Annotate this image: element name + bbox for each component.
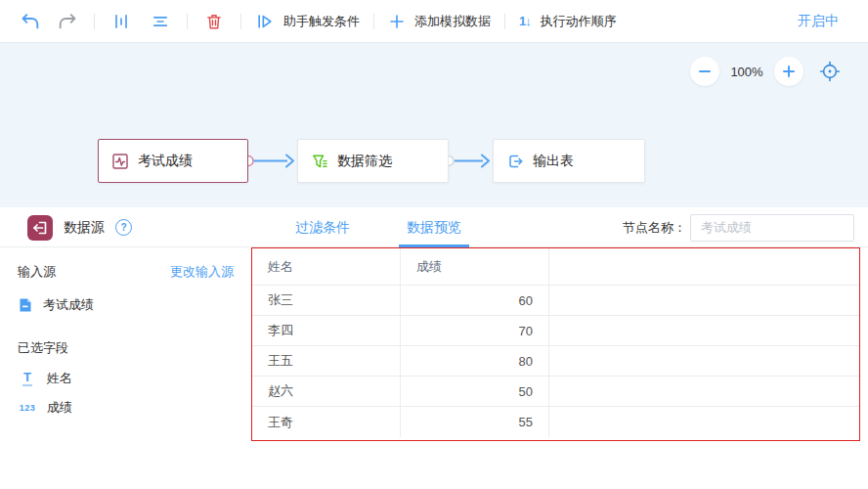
column-header-name: 姓名 [252, 248, 401, 285]
order-icon: 1↓ [519, 14, 532, 28]
toolbar: 助手触发条件 添加模拟数据 1↓ 执行动作顺序 开启中 [0, 0, 868, 43]
panel-title: 数据源 [64, 219, 105, 237]
table-row: 李四 70 [252, 316, 859, 346]
source-item[interactable]: 考试成绩 [18, 296, 234, 314]
toolbar-divider [373, 14, 374, 29]
align-horizontal-icon [151, 12, 170, 31]
cell-name: 赵六 [252, 377, 401, 406]
tab-data-preview[interactable]: 数据预览 [401, 207, 467, 247]
align-vertical-button[interactable] [108, 9, 134, 34]
cell-score: 60 [401, 286, 549, 315]
crosshair-icon [819, 61, 841, 82]
table-body: 张三 60 李四 70 王五 80 赵六 50 王奇 55 [252, 286, 859, 437]
node-name-input[interactable] [690, 214, 854, 242]
trash-icon [204, 12, 224, 31]
cell-name: 李四 [252, 316, 401, 345]
preview-table: 姓名 成绩 张三 60 李四 70 王五 80 赵六 50 王奇 55 [251, 247, 860, 441]
column-header-empty [549, 248, 859, 285]
node-data-filter[interactable]: 数据筛选 [297, 139, 449, 183]
pulse-chart-icon [111, 153, 129, 170]
plus-icon [388, 13, 406, 30]
field-list: T 姓名 123 成绩 [18, 370, 234, 417]
toolbar-divider [94, 14, 95, 29]
align-vertical-icon [111, 12, 131, 31]
cell-name: 张三 [252, 286, 401, 315]
field-item[interactable]: T 姓名 [18, 370, 234, 387]
table-row: 王奇 55 [252, 407, 859, 437]
zoom-level: 100% [729, 65, 764, 79]
number-field-icon: 123 [20, 403, 36, 413]
cell-score: 70 [401, 316, 549, 345]
panel-header: 数据源 ? 过滤条件 数据预览 节点名称： [0, 207, 868, 247]
input-source-label: 输入源 [18, 263, 56, 281]
source-sidebar: 输入源 更改输入源 考试成绩 已选字段 T 姓名 123 成绩 [0, 247, 251, 489]
cell-empty [549, 407, 859, 437]
locate-center-button[interactable] [819, 61, 841, 82]
table-row: 赵六 50 [252, 377, 859, 407]
redo-button[interactable] [55, 9, 80, 34]
source-name: 考试成绩 [43, 296, 94, 314]
cell-name: 王五 [252, 346, 401, 376]
plus-icon [781, 64, 797, 79]
panel-content: 输入源 更改输入源 考试成绩 已选字段 T 姓名 123 成绩 姓名 成绩 张三 [0, 247, 868, 489]
zoom-controls: 100% [690, 57, 841, 86]
table-header-row: 姓名 成绩 [252, 248, 859, 286]
file-icon [18, 297, 33, 313]
help-icon[interactable]: ? [115, 219, 132, 236]
field-label: 成绩 [47, 399, 72, 417]
cell-score: 55 [401, 407, 549, 437]
exec-order-label: 执行动作顺序 [541, 13, 617, 30]
tab-filter-conditions[interactable]: 过滤条件 [289, 207, 356, 247]
zoom-in-button[interactable] [774, 57, 803, 86]
export-table-icon [506, 153, 524, 170]
field-label: 姓名 [47, 370, 72, 387]
field-item[interactable]: 123 成绩 [18, 399, 234, 417]
toolbar-divider [187, 14, 188, 29]
delete-button[interactable] [201, 9, 227, 34]
datasource-icon [27, 215, 53, 241]
node-name-group: 节点名称： [623, 207, 854, 247]
node-label: 考试成绩 [138, 153, 193, 170]
zoom-out-button[interactable] [690, 57, 719, 86]
column-header-score: 成绩 [401, 248, 549, 285]
cell-empty [549, 286, 859, 315]
undo-icon [20, 11, 41, 32]
node-name-label: 节点名称： [623, 219, 686, 237]
cell-empty [549, 346, 859, 376]
cell-empty [549, 377, 859, 406]
cell-name: 王奇 [252, 407, 401, 437]
add-mock-data-label: 添加模拟数据 [414, 13, 491, 30]
table-row: 张三 60 [252, 286, 859, 316]
datasource-header: 数据源 ? [27, 207, 132, 247]
assistant-trigger-label: 助手触发条件 [283, 13, 360, 30]
exec-order-button[interactable]: 1↓ 执行动作顺序 [519, 13, 617, 30]
panel-tabs: 过滤条件 数据预览 [289, 207, 467, 247]
toolbar-divider [240, 14, 241, 29]
play-condition-icon [255, 12, 275, 31]
change-source-link[interactable]: 更改输入源 [170, 263, 234, 281]
table-row: 王五 80 [252, 346, 859, 377]
assistant-trigger-button[interactable]: 助手触发条件 [255, 12, 360, 31]
cell-score: 80 [401, 346, 549, 376]
undo-button[interactable] [18, 9, 43, 34]
redo-icon [57, 11, 78, 32]
minus-icon [697, 64, 713, 79]
text-field-icon: T [22, 371, 32, 386]
node-label: 数据筛选 [337, 153, 392, 170]
node-label: 输出表 [533, 153, 574, 170]
node-exam-scores[interactable]: 考试成绩 [98, 139, 248, 183]
align-horizontal-button[interactable] [148, 9, 173, 34]
flow-canvas[interactable]: 考试成绩 数据筛选 输出表 100% [0, 43, 868, 207]
cell-score: 50 [401, 377, 549, 406]
cell-empty [549, 316, 859, 345]
flow-status-toggle[interactable]: 开启中 [798, 13, 839, 30]
add-mock-data-button[interactable]: 添加模拟数据 [388, 13, 491, 30]
node-output-table[interactable]: 输出表 [493, 139, 645, 183]
toolbar-divider [504, 14, 505, 29]
selected-fields-label: 已选字段 [18, 339, 234, 357]
filter-funnel-icon [311, 153, 328, 170]
